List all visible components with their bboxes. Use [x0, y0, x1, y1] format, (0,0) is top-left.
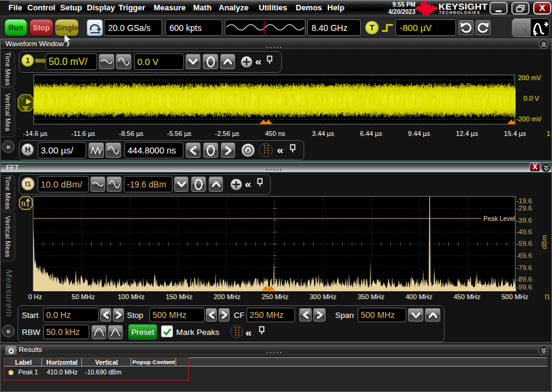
svg-text:T: T — [21, 96, 24, 102]
svg-text:f1: f1 — [21, 201, 26, 207]
svg-text:z: z — [247, 147, 250, 154]
svg-text:Peak Level: Peak Level — [483, 215, 515, 222]
